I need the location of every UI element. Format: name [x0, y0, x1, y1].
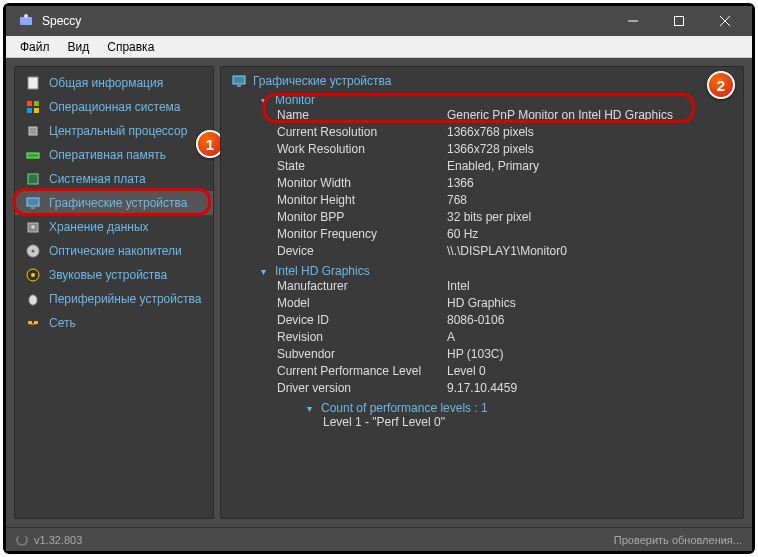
close-button[interactable] — [702, 6, 748, 36]
windows-icon — [25, 99, 41, 115]
property-key: Name — [277, 107, 447, 124]
property-key: Manufacturer — [277, 278, 447, 295]
sidebar-item-label: Периферийные устройства — [49, 292, 201, 306]
titlebar: Speccy — [6, 6, 752, 36]
sidebar-item-ram[interactable]: Оперативная память — [15, 143, 213, 167]
property-row: Monitor Frequency60 Hz — [277, 226, 733, 243]
property-row: Monitor Height768 — [277, 192, 733, 209]
status-left: v1.32.803 — [16, 534, 82, 546]
network-icon — [25, 315, 41, 331]
menu-view[interactable]: Вид — [60, 38, 98, 56]
svg-rect-0 — [20, 17, 32, 25]
sidebar-item-summary[interactable]: Общая информация — [15, 71, 213, 95]
section-heading[interactable]: Графические устройства — [231, 73, 733, 89]
property-value: \\.\DISPLAY1\Monitor0 — [447, 243, 733, 260]
check-updates-link[interactable]: Проверить обновления... — [614, 534, 742, 546]
property-row: Device ID8086-0106 — [277, 312, 733, 329]
gpu-heading[interactable]: ▾Intel HD Graphics — [261, 264, 733, 278]
property-value: 1366x768 pixels — [447, 124, 733, 141]
svg-rect-13 — [28, 174, 38, 184]
spinner-icon — [16, 534, 28, 546]
perf-level: Level 1 - "Perf Level 0" — [323, 415, 733, 429]
mouse-icon — [25, 291, 41, 307]
sidebar-item-storage[interactable]: Хранение данных — [15, 215, 213, 239]
chevron-down-icon: ▾ — [261, 266, 271, 277]
property-value: HP (103C) — [447, 346, 733, 363]
section-title: Графические устройства — [253, 74, 391, 88]
sidebar-item-peripherals[interactable]: Периферийные устройства — [15, 287, 213, 311]
maximize-button[interactable] — [656, 6, 702, 36]
monitor-section: ▾Monitor NameGeneric PnP Monitor on Inte… — [261, 93, 733, 260]
app-title: Speccy — [42, 14, 610, 28]
property-value: 32 bits per pixel — [447, 209, 733, 226]
sidebar-item-audio[interactable]: Звуковые устройства — [15, 263, 213, 287]
sidebar-item-label: Центральный процессор — [49, 124, 187, 138]
app-window: Speccy Файл Вид Справка Общая информация… — [3, 3, 755, 554]
property-row: RevisionA — [277, 329, 733, 346]
property-value: A — [447, 329, 733, 346]
property-row: Monitor Width1366 — [277, 175, 733, 192]
sidebar-item-os[interactable]: Операционная система — [15, 95, 213, 119]
menu-help[interactable]: Справка — [99, 38, 162, 56]
menubar: Файл Вид Справка — [6, 36, 752, 58]
property-key: Current Performance Level — [277, 363, 447, 380]
property-row: SubvendorHP (103C) — [277, 346, 733, 363]
svg-rect-15 — [31, 207, 35, 209]
sidebar-item-graphics[interactable]: Графические устройства — [15, 191, 213, 215]
svg-rect-10 — [34, 108, 39, 113]
property-key: State — [277, 158, 447, 175]
sidebar-item-motherboard[interactable]: Системная плата — [15, 167, 213, 191]
hdd-icon — [25, 219, 41, 235]
monitor-properties: NameGeneric PnP Monitor on Intel HD Grap… — [277, 107, 733, 260]
property-value: 9.17.10.4459 — [447, 380, 733, 397]
statusbar: v1.32.803 Проверить обновления... — [6, 527, 752, 551]
property-row: Current Performance LevelLevel 0 — [277, 363, 733, 380]
monitor-heading[interactable]: ▾Monitor — [261, 93, 733, 107]
gpu-properties: ManufacturerIntel ModelHD Graphics Devic… — [277, 278, 733, 397]
property-value: 768 — [447, 192, 733, 209]
property-value: 1366x728 pixels — [447, 141, 733, 158]
minimize-button[interactable] — [610, 6, 656, 36]
property-key: Monitor Height — [277, 192, 447, 209]
property-row: Driver version9.17.10.4459 — [277, 380, 733, 397]
ram-icon — [25, 147, 41, 163]
menu-file[interactable]: Файл — [12, 38, 58, 56]
sidebar-item-label: Системная плата — [49, 172, 146, 186]
app-icon — [18, 13, 34, 29]
sidebar-item-label: Оперативная память — [49, 148, 166, 162]
chevron-down-icon: ▾ — [261, 95, 271, 106]
sidebar-item-cpu[interactable]: Центральный процессор — [15, 119, 213, 143]
sidebar-item-network[interactable]: Сеть — [15, 311, 213, 335]
sidebar-item-optical[interactable]: Оптические накопители — [15, 239, 213, 263]
property-row: Device\\.\DISPLAY1\Monitor0 — [277, 243, 733, 260]
property-value: 8086-0106 — [447, 312, 733, 329]
property-value: 60 Hz — [447, 226, 733, 243]
sidebar-item-label: Сеть — [49, 316, 76, 330]
content-area: Общая информация Операционная система Це… — [6, 58, 752, 527]
svg-rect-3 — [675, 17, 684, 26]
gpu-section: ▾Intel HD Graphics ManufacturerIntel Mod… — [261, 264, 733, 429]
property-row: Current Resolution1366x768 pixels — [277, 124, 733, 141]
svg-point-19 — [32, 250, 35, 253]
property-key: Monitor Width — [277, 175, 447, 192]
property-value: Intel — [447, 278, 733, 295]
svg-rect-6 — [28, 77, 38, 89]
property-row: StateEnabled, Primary — [277, 158, 733, 175]
property-key: Driver version — [277, 380, 447, 397]
svg-rect-7 — [27, 101, 32, 106]
svg-point-1 — [24, 14, 28, 18]
property-value: Enabled, Primary — [447, 158, 733, 175]
perf-heading[interactable]: ▾Count of performance levels : 1 — [307, 401, 733, 415]
clipboard-icon — [25, 75, 41, 91]
property-row: Monitor BPP32 bits per pixel — [277, 209, 733, 226]
svg-point-22 — [29, 295, 37, 305]
window-controls — [610, 6, 748, 36]
sidebar-item-label: Звуковые устройства — [49, 268, 167, 282]
property-key: Model — [277, 295, 447, 312]
svg-rect-14 — [27, 198, 39, 206]
property-key: Monitor Frequency — [277, 226, 447, 243]
property-key: Current Resolution — [277, 124, 447, 141]
property-key: Monitor BPP — [277, 209, 447, 226]
svg-rect-26 — [233, 76, 245, 84]
perf-section: ▾Count of performance levels : 1 Level 1… — [307, 401, 733, 429]
